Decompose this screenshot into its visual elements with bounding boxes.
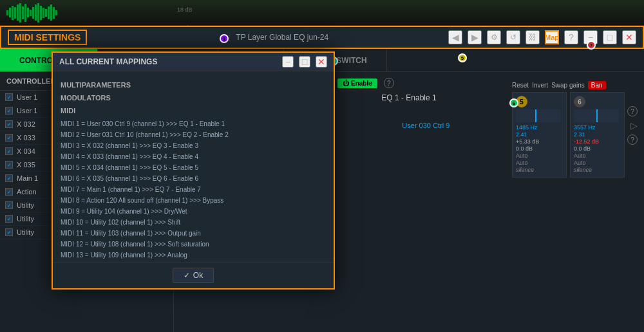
band5-fader[interactable] (516, 109, 561, 122)
mapping-item: MIDI 12 = Utility 108 (channel 1) >>> So… (61, 240, 326, 249)
band5-freq: 1485 Hz (516, 124, 563, 131)
mapping-item: MIDI 2 = User 031 Ctrl 10 (channel 1) >>… (61, 131, 326, 140)
controller-checkbox[interactable]: ✓ (5, 161, 13, 169)
controller-checkbox[interactable]: ✓ (5, 147, 13, 155)
ok-label: Ok (193, 271, 203, 280)
band6-db1: -12.52 dB (574, 138, 621, 145)
eq-node-6[interactable]: 6 (509, 98, 518, 107)
controller-checkbox[interactable]: ✓ (5, 120, 13, 128)
band-panels: 5 1485 Hz 2.41 +5.33 dB 0.0 dB Auto Auto… (512, 92, 638, 178)
eq-node-7[interactable]: 7 (587, 41, 596, 50)
ban-button[interactable]: Ban (588, 81, 606, 89)
mapping-item: MIDI 10 = Utility 102 (channel 1) >>> Sh… (61, 218, 326, 227)
mapping-section-modulators: MODULATORS (61, 94, 326, 102)
band5-db1: +5.33 dB (516, 138, 563, 145)
controller-item-label: X 033 (17, 134, 35, 142)
band-5-panel: 5 1485 Hz 2.41 +5.33 dB 0.0 dB Auto Auto… (512, 92, 567, 178)
band6-db2: 0.0 dB (574, 145, 621, 152)
help-button-2[interactable]: ? (384, 78, 394, 88)
controller-item-label: User 1 (17, 107, 37, 115)
waveform-bars (0, 0, 57, 25)
right-controls: Reset Invert Swap gains Ban 5 1485 Hz 2. (512, 78, 638, 178)
band-6-number: 6 (574, 96, 585, 107)
mapping-item: MIDI 5 = X 034 (channel 1) >>> EQ 5 - En… (61, 163, 326, 172)
next-button[interactable]: ▶ (468, 30, 482, 44)
window-maximize-button[interactable]: □ (603, 30, 617, 44)
band6-freq: 3557 Hz (574, 124, 621, 131)
mapping-item: MIDI 4 = X 033 (channel 1) >>> EQ 4 - En… (61, 152, 326, 161)
prev-button[interactable]: ◀ (448, 30, 462, 44)
mapping-section-midi: MIDI (61, 107, 326, 115)
top-waveform (0, 0, 644, 26)
band6-silence: silence (574, 167, 621, 173)
mapping-item: MIDI 7 = Main 1 (channel 1) >>> EQ 7 - E… (61, 185, 326, 194)
window-close-button[interactable]: ✕ (622, 30, 636, 44)
mapping-section-multiparameters: MULTIPARAMETERS (61, 81, 326, 89)
mapping-item: MIDI 3 = X 032 (channel 1) >>> EQ 3 - En… (61, 142, 326, 151)
ok-check-icon: ✓ (184, 271, 190, 280)
controller-checkbox[interactable]: ✓ (5, 174, 13, 182)
mapping-item: MIDI 11 = Utility 103 (channel 1) >>> Ou… (61, 229, 326, 238)
controller-item-label: X 034 (17, 147, 35, 155)
controller-item-label: User 1 (17, 93, 37, 101)
controller-checkbox[interactable]: ✓ (5, 107, 13, 115)
midi-settings-title: MIDI SETTINGS (8, 30, 87, 45)
band5-db2: 0.0 dB (516, 145, 563, 152)
ok-button[interactable]: ✓ Ok (173, 268, 214, 283)
mapping-item: MIDI 6 = X 035 (channel 1) >>> EQ 6 - En… (61, 174, 326, 183)
enable-button[interactable]: ⏻ Enable (337, 78, 377, 88)
controller-checkbox[interactable]: ✓ (5, 93, 13, 101)
controller-item-label: Utility (17, 201, 34, 209)
controller-item-label: Action (17, 188, 37, 196)
window-title: ⋮⋮ TP Layer Global EQ jun-24 (100, 33, 448, 42)
help-button[interactable]: ? (564, 30, 578, 44)
controller-checkbox[interactable]: ✓ (5, 215, 13, 223)
power-icon: ⏻ (343, 80, 349, 87)
mapping-item: MIDI 9 = Utility 104 (channel 1) >>> Dry… (61, 207, 326, 216)
controller-item-label: X 032 (17, 120, 35, 128)
controller-checkbox[interactable]: ✓ (5, 134, 13, 142)
title-bar: MIDI SETTINGS ⋮⋮ TP Layer Global EQ jun-… (0, 26, 644, 49)
mapping-item: MIDI 1 = User 030 Ctrl 9 (channel 1) >>>… (61, 120, 326, 129)
controller-item-label: Utility (17, 215, 34, 223)
band6-fader[interactable] (574, 109, 619, 122)
map-button[interactable]: Map (545, 30, 559, 44)
config-button[interactable]: ⚙ (487, 30, 501, 44)
modal-title: ALL CURRENT MAPPINGS (59, 57, 157, 66)
modal-titlebar: ALL CURRENT MAPPINGS − □ ✕ (53, 53, 334, 71)
modal-content: MULTIPARAMETERSMODULATORSMIDIMIDI 1 = Us… (53, 71, 334, 262)
enable-label: Enable (351, 80, 372, 87)
band5-auto2: Auto (516, 160, 563, 166)
band6-auto2: Auto (574, 160, 621, 166)
eq-node-5[interactable]: 5 (458, 53, 467, 62)
band5-val1: 2.41 (516, 131, 563, 138)
modal-close-button[interactable]: ✕ (316, 56, 327, 68)
invert-button[interactable]: Invert (532, 82, 548, 89)
band6-val1: 2.31 (574, 131, 621, 138)
eq-node-1[interactable]: 1 (220, 34, 229, 43)
controller-checkbox[interactable]: ✓ (5, 228, 13, 236)
controller-item-label: Main 1 (17, 174, 38, 182)
reset-row: Reset Invert Swap gains Ban (512, 78, 638, 92)
band6-auto1: Auto (574, 152, 621, 159)
controller-checkbox[interactable]: ✓ (5, 201, 13, 209)
modal-minimize-button[interactable]: − (282, 56, 294, 68)
mapping-item: MIDI 13 = Utility 109 (channel 1) >>> An… (61, 251, 326, 260)
link-button[interactable]: ⛓ (526, 30, 540, 44)
band-6-panel: 6 3557 Hz 2.31 -12.52 dB 0.0 dB Auto Aut… (570, 92, 625, 178)
band5-auto1: Auto (516, 152, 563, 159)
title-icons: ◀ ▶ ⚙ ↺ ⛓ Map ? − □ ✕ (448, 30, 636, 44)
swap-gains-button[interactable]: Swap gains (551, 82, 585, 89)
mapping-item: MIDI 8 = Action 120 All sound off (chann… (61, 196, 326, 205)
loop-button[interactable]: ↺ (506, 30, 520, 44)
modal-maximize-button[interactable]: □ (299, 56, 310, 68)
modal-footer: ✓ Ok (53, 262, 334, 288)
controller-item-label: Utility (17, 228, 34, 236)
controller-item-label: X 035 (17, 161, 35, 169)
all-current-mappings-modal: ALL CURRENT MAPPINGS − □ ✕ MULTIPARAMETE… (52, 51, 335, 290)
controller-checkbox[interactable]: ✓ (5, 188, 13, 196)
reset-button[interactable]: Reset (512, 82, 529, 89)
db-label-18: 18 dB (177, 6, 193, 13)
band5-silence: silence (516, 167, 563, 173)
modal-controls: − □ ✕ (282, 56, 327, 68)
